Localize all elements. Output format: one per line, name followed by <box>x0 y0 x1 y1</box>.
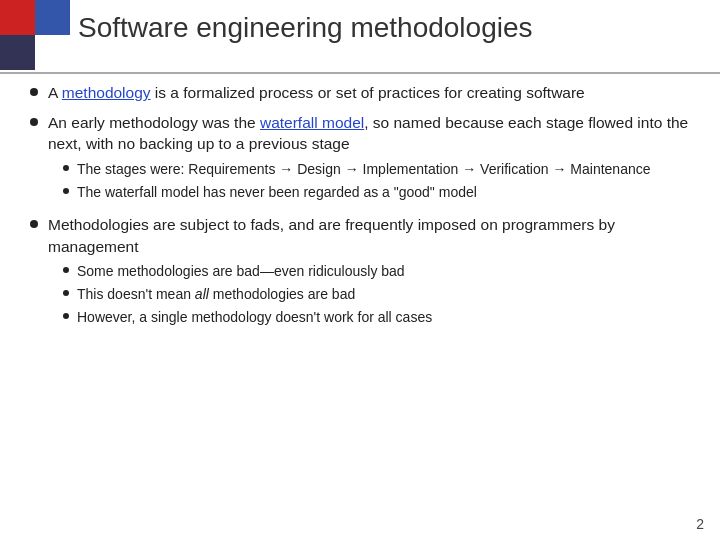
sub-text-3-2: This doesn't mean all methodologies are … <box>77 285 700 304</box>
square-dark <box>0 35 35 70</box>
main-bullet-list: A methodology is a formalized process or… <box>30 82 700 331</box>
all-italic: all <box>195 286 209 302</box>
sub-dot-2-1 <box>63 165 69 171</box>
bullet-text-1: A methodology is a formalized process or… <box>48 82 700 104</box>
bullet-item-2: An early methodology was the waterfall m… <box>30 112 700 206</box>
sub-item-3-2: This doesn't mean all methodologies are … <box>63 285 700 304</box>
square-red <box>0 0 35 35</box>
bullet-dot-1 <box>30 88 38 96</box>
sub-text-3-1: Some methodologies are bad—even ridiculo… <box>77 262 700 281</box>
title-rule <box>0 72 720 74</box>
sub-list-2: The stages were: Requirements → Design →… <box>63 160 700 202</box>
sub-text-2-2: The waterfall model has never been regar… <box>77 183 700 202</box>
slide-title: Software engineering methodologies <box>78 12 533 44</box>
sub-item-2-1: The stages were: Requirements → Design →… <box>63 160 700 179</box>
sub-item-3-3: However, a single methodology doesn't wo… <box>63 308 700 327</box>
sub-item-3-1: Some methodologies are bad—even ridiculo… <box>63 262 700 281</box>
sub-dot-2-2 <box>63 188 69 194</box>
bullet-item-3: Methodologies are subject to fads, and a… <box>30 214 700 331</box>
sub-dot-3-3 <box>63 313 69 319</box>
sub-list-3: Some methodologies are bad—even ridiculo… <box>63 262 700 327</box>
square-blue <box>35 0 70 35</box>
bullet-dot-2 <box>30 118 38 126</box>
waterfall-model-link: waterfall model <box>260 114 364 131</box>
page-number: 2 <box>696 516 704 532</box>
decorative-squares <box>0 0 70 70</box>
bullet-dot-3 <box>30 220 38 228</box>
sub-text-3-3: However, a single methodology doesn't wo… <box>77 308 700 327</box>
sub-dot-3-2 <box>63 290 69 296</box>
bullet-text-2: An early methodology was the waterfall m… <box>48 112 700 206</box>
sub-item-2-2: The waterfall model has never been regar… <box>63 183 700 202</box>
bullet-text-3: Methodologies are subject to fads, and a… <box>48 214 700 331</box>
slide-content: A methodology is a formalized process or… <box>30 82 700 510</box>
sub-text-2-1: The stages were: Requirements → Design →… <box>77 160 700 179</box>
sub-dot-3-1 <box>63 267 69 273</box>
methodology-link: methodology <box>62 84 151 101</box>
bullet-item-1: A methodology is a formalized process or… <box>30 82 700 104</box>
